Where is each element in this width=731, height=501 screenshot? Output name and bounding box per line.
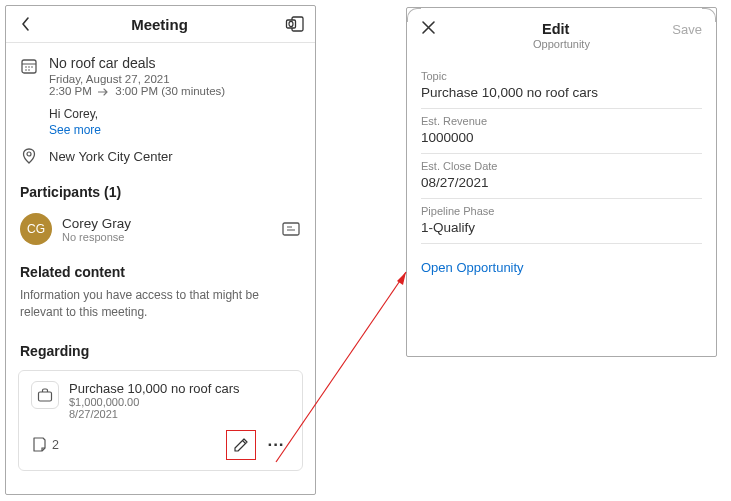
participant-name: Corey Gray [62, 216, 271, 231]
regarding-revenue: $1,000,000.00 [69, 396, 290, 408]
svg-point-5 [25, 66, 27, 68]
topic-value: Purchase 10,000 no roof cars [421, 85, 702, 100]
svg-point-8 [25, 69, 27, 71]
revenue-label: Est. Revenue [421, 115, 702, 127]
edit-title: Edit [439, 21, 672, 37]
outlook-icon[interactable] [285, 14, 305, 34]
more-actions-button[interactable]: ··· [262, 431, 290, 459]
edit-header: Edit Save Opportunity [407, 8, 716, 42]
edit-button[interactable] [226, 430, 256, 460]
svg-point-6 [28, 66, 30, 68]
close-date-value: 08/27/2021 [421, 175, 702, 190]
svg-rect-14 [39, 392, 52, 401]
svg-point-9 [28, 69, 30, 71]
page-title: Meeting [34, 16, 285, 33]
close-button[interactable] [421, 20, 439, 38]
close-icon [421, 20, 436, 35]
participant-row[interactable]: CG Corey Gray No response [6, 205, 315, 259]
regarding-date: 8/27/2021 [69, 408, 290, 420]
arrow-right-icon [98, 88, 109, 96]
calendar-icon [20, 57, 38, 75]
notes-count[interactable]: 2 [31, 436, 59, 453]
close-date-field[interactable]: Est. Close Date 08/27/2021 [421, 154, 702, 199]
contact-card-icon[interactable] [281, 220, 301, 238]
back-button[interactable] [16, 15, 34, 33]
pencil-icon [233, 437, 249, 453]
meeting-time: 2:30 PM 3:00 PM (30 minutes) [49, 85, 301, 97]
meeting-panel: Meeting No roof car deals Friday, August… [5, 5, 316, 495]
location-icon [20, 147, 38, 165]
avatar: CG [20, 213, 52, 245]
save-button[interactable]: Save [672, 22, 702, 37]
related-content-description: Information you have access to that migh… [6, 285, 315, 338]
svg-rect-11 [283, 223, 299, 235]
see-more-link[interactable]: See more [49, 123, 301, 137]
regarding-card[interactable]: Purchase 10,000 no roof cars $1,000,000.… [18, 370, 303, 471]
revenue-field[interactable]: Est. Revenue 1000000 [421, 109, 702, 154]
meeting-date: Friday, August 27, 2021 [49, 73, 301, 85]
meeting-location: New York City Center [6, 147, 315, 179]
meeting-subject: No roof car deals [49, 55, 301, 71]
topic-label: Topic [421, 70, 702, 82]
briefcase-icon [31, 381, 59, 409]
meeting-header: Meeting [6, 6, 315, 43]
topic-field[interactable]: Topic Purchase 10,000 no roof cars [421, 64, 702, 109]
pipeline-phase-label: Pipeline Phase [421, 205, 702, 217]
close-date-label: Est. Close Date [421, 160, 702, 172]
participants-heading: Participants (1) [6, 179, 315, 205]
svg-point-10 [27, 152, 31, 156]
related-content-heading: Related content [6, 259, 315, 285]
pipeline-phase-field[interactable]: Pipeline Phase 1-Qualify [421, 199, 702, 244]
meeting-details: No roof car deals Friday, August 27, 202… [6, 43, 315, 147]
participant-response: No response [62, 231, 271, 243]
meeting-body-preview: Hi Corey, [49, 107, 301, 121]
regarding-title: Purchase 10,000 no roof cars [69, 381, 290, 396]
edit-subtitle: Opportunity [407, 38, 716, 50]
svg-point-7 [31, 66, 33, 68]
location-text: New York City Center [49, 149, 173, 164]
revenue-value: 1000000 [421, 130, 702, 145]
open-opportunity-link[interactable]: Open Opportunity [407, 246, 716, 289]
svg-line-15 [243, 440, 246, 443]
pipeline-phase-value: 1-Qualify [421, 220, 702, 235]
note-icon [31, 436, 48, 453]
regarding-heading: Regarding [6, 338, 315, 364]
chevron-left-icon [20, 16, 31, 32]
edit-panel: Edit Save Opportunity Topic Purchase 10,… [406, 7, 717, 357]
